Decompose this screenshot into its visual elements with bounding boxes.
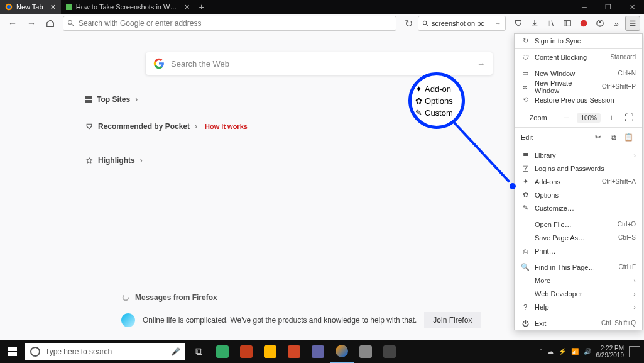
fullscreen-button[interactable]: ⛶ — [622, 113, 636, 123]
menu-library[interactable]: ≣Library› — [515, 148, 642, 162]
container-icon[interactable] — [576, 16, 591, 31]
close-button[interactable]: ✕ — [620, 0, 644, 14]
menu-find[interactable]: 🔍Find in This Page…Ctrl+F — [515, 260, 642, 274]
menu-help[interactable]: ?Help› — [515, 300, 642, 313]
tab-background[interactable]: How to Take Screenshots in W… × — [61, 0, 195, 14]
highlights-header[interactable]: Highlights › — [85, 156, 143, 165]
menu-options[interactable]: ✿Options — [515, 188, 642, 201]
zoom-in-button[interactable]: + — [604, 113, 618, 123]
zoom-row-options: ✿Options — [412, 95, 462, 107]
window-icon: ▭ — [521, 69, 530, 77]
sidebar-icon[interactable] — [560, 16, 575, 31]
close-icon[interactable]: × — [184, 2, 189, 12]
join-firefox-button[interactable]: Join Firefox — [424, 312, 481, 328]
paste-button[interactable]: 📋 — [621, 133, 636, 142]
back-button[interactable]: ← — [4, 15, 21, 31]
tab-active[interactable]: New Tab × — [0, 0, 61, 14]
maximize-button[interactable]: ❐ — [596, 0, 620, 14]
close-icon[interactable]: × — [51, 2, 56, 12]
save-to-pocket-icon[interactable] — [511, 16, 526, 31]
mask-icon: ∞ — [521, 83, 530, 91]
spinner-icon — [121, 293, 130, 302]
chevron-right-icon: › — [135, 95, 138, 104]
taskbar-search[interactable]: Type here to search 🎤 — [25, 343, 185, 360]
section-label: Top Sites — [97, 95, 130, 104]
arrow-icon[interactable]: → — [477, 59, 485, 69]
zoom-out-button[interactable]: − — [559, 113, 573, 123]
menu-save-page[interactable]: Save Page As…Ctrl+S — [515, 231, 642, 244]
toolbar-icons: » — [511, 16, 640, 31]
taskbar-app[interactable] — [354, 340, 378, 363]
zoom-value[interactable]: 100% — [577, 113, 601, 123]
key-icon: ⚿ — [521, 165, 530, 172]
menu-sign-in[interactable]: ↻Sign in to Sync — [515, 34, 642, 47]
windows-icon — [8, 347, 17, 356]
taskbar-app[interactable] — [258, 340, 282, 363]
search-bar[interactable]: screenshot on pc → — [418, 16, 506, 31]
menu-addons[interactable]: ✦Add-onsCtrl+Shift+A — [515, 175, 642, 188]
taskbar-app[interactable] — [234, 340, 258, 363]
tray-chevron-icon[interactable]: ˄ — [539, 348, 542, 355]
cut-button[interactable]: ✂ — [591, 133, 606, 142]
tray-icon[interactable]: ⚡ — [559, 348, 566, 355]
window-controls: ─ ❐ ✕ — [572, 0, 644, 14]
taskbar-app[interactable] — [210, 340, 234, 363]
pocket-how-link[interactable]: How it works — [205, 123, 248, 130]
cortana-icon — [30, 347, 40, 357]
menu-restore-session[interactable]: ⟲Restore Previous Session — [515, 93, 642, 106]
url-bar[interactable]: Search with Google or enter address — [63, 16, 396, 31]
copy-button[interactable]: ⧉ — [606, 133, 621, 142]
menu-customize[interactable]: ✎Customize… — [515, 201, 642, 215]
newtab-search[interactable]: Search the Web → — [146, 52, 493, 75]
clock[interactable]: 2:22 PM 6/29/2019 — [596, 345, 625, 359]
app-menu: ↻Sign in to Sync 🛡Content BlockingStanda… — [514, 33, 643, 330]
taskbar-app[interactable] — [306, 340, 330, 363]
menu-web-developer[interactable]: Web Developer› — [515, 287, 642, 300]
taskbar-app[interactable] — [282, 340, 306, 363]
pocket-header[interactable]: Recommended by Pocket › How it works — [85, 122, 248, 131]
svg-point-4 — [423, 21, 427, 25]
top-sites-header[interactable]: Top Sites › — [85, 95, 138, 104]
menu-new-private[interactable]: ∞New Private WindowCtrl+Shift+P — [515, 80, 642, 93]
chevron-right-icon: › — [633, 290, 636, 298]
svg-line-5 — [427, 24, 428, 26]
reload-button[interactable]: ↻ — [400, 18, 417, 30]
home-button[interactable] — [41, 15, 59, 31]
wifi-icon[interactable]: 📶 — [571, 348, 579, 355]
go-icon[interactable]: → — [494, 20, 501, 27]
library-icon[interactable] — [543, 16, 559, 31]
minimize-button[interactable]: ─ — [572, 0, 596, 14]
forward-button[interactable]: → — [23, 15, 40, 31]
account-icon[interactable] — [592, 16, 608, 31]
exit-icon: ⏻ — [521, 320, 530, 327]
taskbar-app[interactable] — [378, 340, 401, 363]
tab-bar: New Tab × How to Take Screenshots in W… … — [0, 0, 644, 14]
search-value: screenshot on pc — [432, 20, 484, 27]
taskbar-firefox[interactable] — [330, 340, 354, 363]
print-icon: ⎙ — [521, 247, 530, 255]
windows-taskbar: Type here to search 🎤 ⧉ ˄ ☁ ⚡ 📶 🔊 2:22 P… — [0, 340, 644, 363]
overflow-icon[interactable]: » — [609, 16, 624, 31]
new-tab-button[interactable]: + — [195, 0, 209, 14]
messages-label: Messages from Firefox — [135, 293, 217, 302]
menu-logins[interactable]: ⚿Logins and Passwords — [515, 162, 642, 175]
menu-button[interactable] — [625, 16, 640, 31]
menu-open-file[interactable]: Open File…Ctrl+O — [515, 218, 642, 231]
menu-new-window[interactable]: ▭New WindowCtrl+N — [515, 67, 642, 80]
volume-icon[interactable]: 🔊 — [584, 348, 591, 355]
highlights-icon — [85, 157, 93, 164]
task-view-button[interactable]: ⧉ — [187, 340, 210, 363]
section-label: Recommended by Pocket — [98, 122, 190, 131]
notifications-icon[interactable] — [629, 346, 640, 357]
menu-content-blocking[interactable]: 🛡Content BlockingStandard — [515, 50, 642, 64]
svg-point-2 — [68, 21, 72, 25]
start-button[interactable] — [0, 340, 25, 363]
home-icon — [46, 19, 55, 28]
menu-print[interactable]: ⎙Print… — [515, 244, 642, 257]
favicon — [66, 4, 72, 10]
menu-more[interactable]: More› — [515, 274, 642, 287]
downloads-icon[interactable] — [527, 16, 542, 31]
mic-icon[interactable]: 🎤 — [171, 347, 180, 356]
menu-exit[interactable]: ⏻ExitCtrl+Shift+Q — [515, 316, 642, 330]
tray-icon[interactable]: ☁ — [547, 348, 554, 355]
